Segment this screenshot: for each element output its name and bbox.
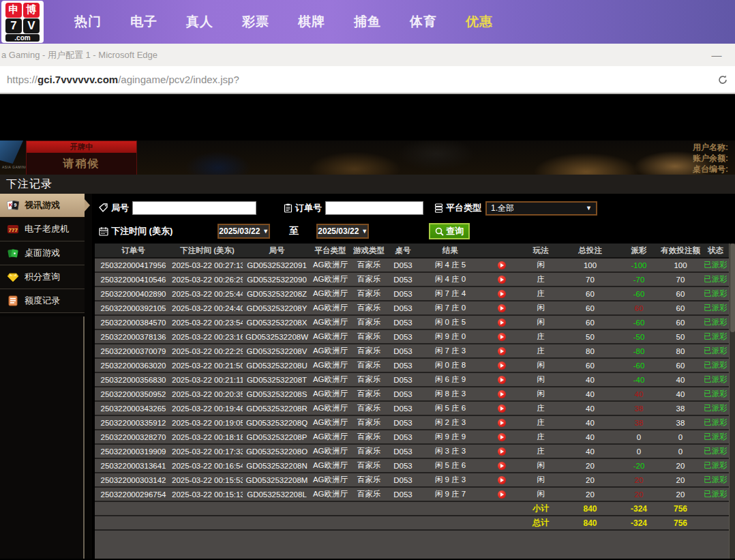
- table-cell: 250322000350952: [95, 390, 172, 398]
- sidebar-item-table-games[interactable]: 桌面游戏: [0, 241, 85, 265]
- url-text[interactable]: https://gci.7vvvvvv.com/agingame/pcv2/in…: [7, 74, 239, 85]
- round-number-input[interactable]: [132, 201, 256, 215]
- table-cell: 38: [659, 419, 702, 427]
- subtotal-total: 840: [561, 504, 619, 514]
- play-icon[interactable]: [498, 347, 506, 355]
- nav-item-promotions[interactable]: 优惠: [466, 13, 493, 31]
- table-cell: 已派彩: [702, 489, 729, 499]
- table-body: 2503220004179562025-03-22 00:27:13GD0532…: [95, 259, 729, 502]
- nav-item-slots[interactable]: 电子: [130, 13, 158, 31]
- table-cell: 闲: [520, 317, 561, 327]
- bet-records-table: 订单号 下注时间 (美东) 局号 平台类型 游戏类型 桌号 结果 玩法 总投注 …: [95, 244, 735, 559]
- content-area: 局号 订单号 平台类型 1.全部 ▼: [92, 194, 735, 559]
- order-number-input[interactable]: [325, 201, 423, 215]
- sidebar-item-slot-machines[interactable]: 777 电子老虎机: [0, 218, 85, 241]
- play-icon[interactable]: [498, 362, 506, 370]
- play-icon[interactable]: [498, 261, 506, 269]
- table-cell: AG欧洲厅: [311, 460, 350, 471]
- play-icon[interactable]: [498, 390, 506, 398]
- sidebar-item-points-query[interactable]: 积分查询: [0, 265, 85, 289]
- table-cell: 闲 9 庄 7: [418, 489, 483, 499]
- replay-cell: [483, 433, 520, 441]
- col-header-total-bet: 总投注: [561, 246, 619, 256]
- table-cell: AG欧洲厅: [311, 417, 350, 428]
- play-icon[interactable]: [498, 290, 506, 298]
- replay-cell: [483, 419, 520, 427]
- nav-item-boardgames[interactable]: 棋牌: [298, 13, 325, 31]
- browser-urlbar[interactable]: https://gci.7vvvvvv.com/agingame/pcv2/in…: [0, 66, 735, 94]
- sidebar-item-live-games[interactable]: K9 视讯游戏: [0, 194, 85, 218]
- sidebar-empty-panel: [0, 316, 85, 559]
- table-cell: 闲 5 庄 6: [418, 403, 483, 413]
- refresh-icon[interactable]: [717, 74, 728, 85]
- play-icon[interactable]: [498, 404, 506, 413]
- scrollbar-thumb[interactable]: [730, 244, 735, 332]
- table-cell: 38: [619, 404, 659, 413]
- table-cell: 40: [561, 376, 619, 384]
- platform-type-select[interactable]: 1.全部 ▼: [485, 201, 597, 216]
- table-number-label: 桌台编号:: [693, 164, 735, 175]
- nav-item-hot[interactable]: 热门: [74, 13, 102, 31]
- table-cell: 百家乐: [350, 489, 388, 499]
- table-scrollbar[interactable]: [729, 244, 735, 559]
- nav-item-fishing[interactable]: 捕鱼: [354, 13, 381, 31]
- table-cell: 闲: [520, 460, 561, 471]
- sidebar-item-label: 积分查询: [25, 271, 60, 283]
- play-icon[interactable]: [498, 419, 506, 427]
- date-from-select[interactable]: 2025/03/22 ▼: [217, 224, 270, 239]
- table-cell: 已派彩: [702, 346, 729, 356]
- table-cell: 20: [561, 462, 619, 470]
- play-icon[interactable]: [498, 490, 506, 499]
- playing-cards-icon: K9: [7, 199, 19, 211]
- play-icon[interactable]: [498, 476, 506, 484]
- table-cell: 2025-03-22 00:19:05: [172, 419, 243, 427]
- table-cell: 百家乐: [350, 331, 388, 342]
- play-icon[interactable]: [498, 319, 506, 327]
- table-cell: 闲 3 庄 3: [418, 446, 483, 456]
- table-cell: 闲 7 庄 0: [418, 303, 483, 313]
- order-number-label-group: 订单号: [284, 202, 322, 214]
- grandtotal-total: 840: [561, 518, 619, 528]
- window-title: a Gaming - 用户配置 1 - Microsoft Edge: [1, 49, 158, 61]
- table-cell: GD0532532208L: [243, 490, 311, 499]
- play-icon[interactable]: [498, 333, 506, 341]
- table-cell: 已派彩: [702, 432, 729, 442]
- table-cell: 百家乐: [350, 389, 388, 399]
- nav-item-live[interactable]: 真人: [186, 13, 213, 31]
- table-cell: 已派彩: [702, 460, 729, 471]
- nav-item-lottery[interactable]: 彩票: [242, 13, 269, 31]
- site-logo[interactable]: 申 博 7 V .com: [1, 1, 44, 43]
- user-name-label: 用户名称:: [693, 142, 735, 153]
- nav-item-sports[interactable]: 体育: [410, 13, 437, 31]
- table-row: 2503220003781362025-03-22 00:23:16GD0532…: [95, 330, 729, 344]
- play-icon[interactable]: [498, 276, 506, 284]
- table-cell: AG欧洲厅: [311, 475, 350, 485]
- table-cell: 40: [561, 419, 619, 427]
- table-cell: 百家乐: [350, 475, 388, 485]
- table-cell: 闲 9 庄 3: [418, 475, 483, 485]
- table-cell: D053: [388, 276, 418, 284]
- play-icon[interactable]: [498, 376, 506, 384]
- play-icon[interactable]: [498, 462, 506, 470]
- play-icon[interactable]: [498, 304, 506, 312]
- table-cell: 20: [561, 476, 619, 484]
- sidebar-item-credit-records[interactable]: 额度记录: [0, 289, 85, 313]
- diamond-icon: [7, 271, 19, 283]
- table-row: 2503220003282702025-03-22 00:18:18GD0532…: [95, 430, 729, 445]
- table-cell: 闲 8 庄 3: [418, 389, 483, 399]
- date-to-select[interactable]: 2025/03/22 ▼: [316, 224, 369, 239]
- table-cell: 250322000392105: [95, 304, 172, 312]
- play-icon[interactable]: [498, 433, 506, 441]
- col-header-round: 局号: [243, 246, 311, 256]
- table-cell: 2025-03-22 00:18:18: [172, 433, 243, 441]
- table-cell: 2025-03-22 00:27:13: [172, 261, 243, 269]
- search-button[interactable]: 查询: [429, 223, 470, 239]
- table-cell: 2025-03-22 00:26:29: [172, 276, 243, 284]
- table-cell: AG欧洲厅: [311, 403, 350, 413]
- table-cell: 百家乐: [350, 460, 388, 471]
- minimize-button[interactable]: —: [708, 49, 725, 61]
- col-header-result: 结果: [418, 246, 483, 256]
- table-row: 2503220003700792025-03-22 00:22:29GD0532…: [95, 344, 729, 359]
- play-icon[interactable]: [498, 447, 506, 456]
- table-cell: GD0532532208P: [243, 433, 311, 441]
